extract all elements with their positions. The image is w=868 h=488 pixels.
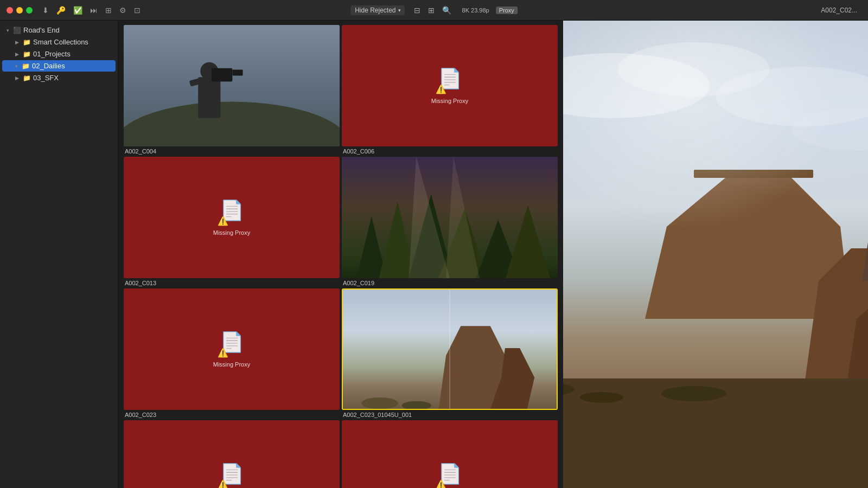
clip-thumbnail-missing[interactable]: 📄 ⚠️ Missing Proxy xyxy=(124,420,340,488)
clip-name: A002_C023 xyxy=(124,412,340,418)
sidebar-item-02-dailies[interactable]: ▾ 📁 02_Dailies xyxy=(2,60,116,72)
warning-icon: ⚠️ xyxy=(218,348,228,358)
hide-rejected-button[interactable]: Hide Rejected ▾ xyxy=(350,5,405,15)
missing-proxy-icon: 📄 ⚠️ xyxy=(438,67,462,93)
chevron-right-icon: ▶ xyxy=(15,40,19,45)
clip-name: A002_C019 xyxy=(342,280,558,286)
preview-panel xyxy=(563,21,868,488)
skip-icon[interactable]: ⏭ xyxy=(90,6,98,15)
share-icon[interactable]: ⊡ xyxy=(134,6,141,15)
chevron-right-icon: ▶ xyxy=(15,75,19,81)
project-icon: ⬛ xyxy=(13,27,21,34)
hide-rejected-label: Hide Rejected xyxy=(355,7,395,14)
svg-rect-5 xyxy=(232,69,242,75)
warning-icon: ⚠️ xyxy=(218,479,228,488)
sidebar-item-label: 03_SFX xyxy=(33,74,59,82)
clip-name-display: A002_C02... xyxy=(821,7,857,14)
sidebar: ▾ ⬛ Road's End ▶ 📁 Smart Collections ▶ 📁… xyxy=(0,21,118,488)
sidebar-item-label: Road's End xyxy=(23,26,60,34)
clip-thumbnail-missing[interactable]: 📄 ⚠️ Missing Proxy xyxy=(124,157,340,278)
chevron-right-icon: ▶ xyxy=(15,52,19,57)
download-icon[interactable]: ⬇ xyxy=(42,6,49,15)
app-icon: ⊞ xyxy=(105,6,112,15)
svg-rect-4 xyxy=(212,68,232,82)
titlebar-right: A002_C02... xyxy=(821,7,857,14)
missing-proxy-label: Missing Proxy xyxy=(213,361,250,368)
clip-name: A002_C004 xyxy=(124,148,340,155)
clip-name: A002_C013 xyxy=(124,280,340,286)
warning-icon: ⚠️ xyxy=(436,479,446,488)
main-layout: ▾ ⬛ Road's End ▶ 📁 Smart Collections ▶ 📁… xyxy=(0,21,868,488)
missing-proxy-icon: 📄 ⚠️ xyxy=(220,199,244,225)
svg-point-34 xyxy=(661,386,726,401)
svg-rect-2 xyxy=(198,77,220,118)
clip-item[interactable]: 📄 ⚠️ Missing Proxy A002_C006 xyxy=(342,25,558,155)
sidebar-item-03-sfx[interactable]: ▶ 📁 03_SFX xyxy=(2,72,116,84)
titlebar-center: Hide Rejected ▾ ⊟ ⊞ 🔍 8K 23.98p Proxy xyxy=(350,5,518,16)
sidebar-item-project[interactable]: ▾ ⬛ Road's End xyxy=(2,24,116,36)
close-button[interactable] xyxy=(7,7,13,14)
content-area: A002_C004 📄 ⚠️ Missing Proxy A002_C006 xyxy=(118,21,868,488)
missing-proxy-icon: 📄 ⚠️ xyxy=(438,463,462,488)
clip-item[interactable]: A002_C023_01045U_001 xyxy=(342,288,558,418)
cloud-overlay xyxy=(563,21,868,254)
chevron-down-icon: ▾ xyxy=(7,28,9,33)
check-icon[interactable]: ✅ xyxy=(73,6,82,15)
sidebar-item-01-projects[interactable]: ▶ 📁 01_Projects xyxy=(2,48,116,60)
svg-point-19 xyxy=(361,397,398,409)
fullscreen-button[interactable] xyxy=(26,7,33,14)
clip-thumbnail-missing[interactable]: 📄 ⚠️ Missing Proxy xyxy=(342,25,558,146)
folder-icon: 📁 xyxy=(23,38,30,46)
folder-icon: 📁 xyxy=(23,74,30,82)
sidebar-item-label: Smart Collections xyxy=(33,38,88,46)
settings-icon[interactable]: ⚙ xyxy=(119,6,126,15)
resolution-badge: 8K 23.98p xyxy=(462,7,489,14)
missing-proxy-icon: 📄 ⚠️ xyxy=(220,463,244,488)
clip-item[interactable]: 📄 ⚠️ Missing Proxy A002_C034 xyxy=(342,420,558,488)
search-icon[interactable]: 🔍 xyxy=(440,5,454,16)
clip-thumbnail[interactable] xyxy=(342,157,558,278)
folder-icon: 📁 xyxy=(23,50,30,58)
preview-image xyxy=(563,21,868,488)
proxy-badge[interactable]: Proxy xyxy=(496,7,518,14)
clip-item[interactable]: 📄 ⚠️ Missing Proxy A002_C013 xyxy=(124,157,340,286)
titlebar: ⬇ 🔑 ✅ ⏭ ⊞ ⚙ ⊡ Hide Rejected ▾ ⊟ ⊞ 🔍 8K 2… xyxy=(0,0,868,21)
clip-thumbnail-missing[interactable]: 📄 ⚠️ Missing Proxy xyxy=(342,420,558,488)
missing-proxy-label: Missing Proxy xyxy=(213,229,250,236)
missing-proxy-icon: 📄 ⚠️ xyxy=(220,331,244,357)
clip-name: A002_C006 xyxy=(342,148,558,155)
folder-icon: 📁 xyxy=(22,62,29,70)
list-view-icon[interactable]: ⊟ xyxy=(412,5,423,16)
sidebar-item-smart-collections[interactable]: ▶ 📁 Smart Collections xyxy=(2,36,116,48)
clips-grid: A002_C004 📄 ⚠️ Missing Proxy A002_C006 xyxy=(124,25,558,488)
svg-point-33 xyxy=(580,392,623,403)
chevron-down-icon: ▾ xyxy=(398,8,401,13)
clip-thumbnail[interactable] xyxy=(124,25,340,146)
minimize-button[interactable] xyxy=(16,7,23,14)
chevron-down-icon: ▾ xyxy=(15,63,18,69)
clip-item[interactable]: 📄 ⚠️ Missing Proxy A002_C023 xyxy=(124,288,340,418)
clip-thumbnail-selected[interactable] xyxy=(342,288,558,410)
grid-view-icon[interactable]: ⊞ xyxy=(426,5,437,16)
sidebar-item-label: 01_Projects xyxy=(33,50,71,58)
traffic-lights xyxy=(7,7,33,14)
clip-thumbnail-missing[interactable]: 📄 ⚠️ Missing Proxy xyxy=(124,288,340,410)
clip-item[interactable]: A002_C019 xyxy=(342,157,558,286)
sidebar-item-label: 02_Dailies xyxy=(32,62,65,70)
clip-name: A002_C023_01045U_001 xyxy=(342,412,558,418)
missing-proxy-label: Missing Proxy xyxy=(431,98,468,104)
clip-item[interactable]: 📄 ⚠️ Missing Proxy A002_C024 xyxy=(124,420,340,488)
browser-panel[interactable]: A002_C004 📄 ⚠️ Missing Proxy A002_C006 xyxy=(118,21,563,488)
titlebar-toolbar: ⬇ 🔑 ✅ ⏭ ⊞ ⚙ ⊡ xyxy=(42,6,141,15)
warning-icon: ⚠️ xyxy=(218,216,228,226)
clip-item[interactable]: A002_C004 xyxy=(124,25,340,155)
key-icon[interactable]: 🔑 xyxy=(56,6,66,15)
view-icons: ⊟ ⊞ 🔍 xyxy=(412,5,454,16)
warning-icon: ⚠️ xyxy=(436,84,446,94)
